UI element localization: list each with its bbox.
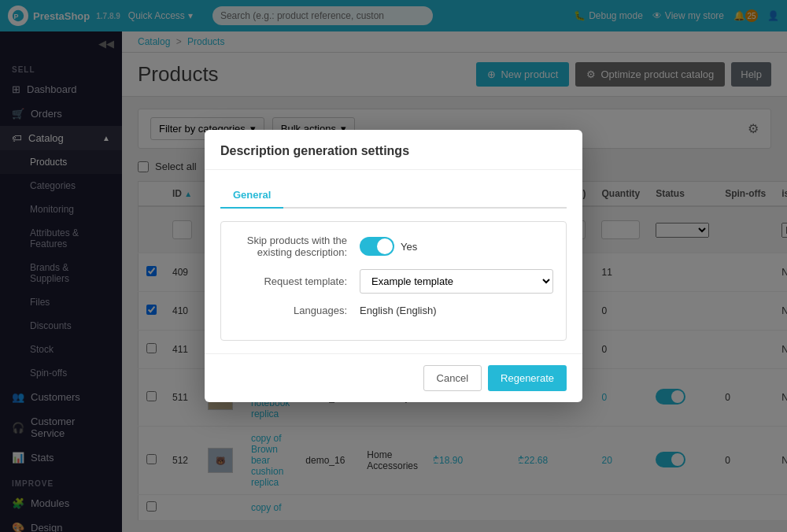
modal-tab-bar: General [220,183,567,209]
languages-group: Languages: English (English) [234,305,553,316]
languages-value: English (English) [360,305,437,316]
modal-header: Description generation settings [205,130,582,170]
modal-body: General Skip products with the existing … [205,170,582,353]
languages-label: Languages: [234,305,360,316]
tab-general-label: General [233,189,271,201]
regenerate-btn[interactable]: Regenerate [488,365,567,391]
description-settings-modal: Description generation settings General … [205,130,582,402]
modal-overlay: Description generation settings General … [0,0,787,532]
modal-settings-box: Skip products with the existing descript… [220,221,567,341]
skip-toggle-switch[interactable] [360,237,394,256]
cancel-label: Cancel [437,372,468,384]
skip-toggle-knob [377,238,393,254]
cancel-btn[interactable]: Cancel [423,365,482,391]
languages-value-area: English (English) [360,305,553,316]
skip-products-group: Skip products with the existing descript… [234,235,553,258]
regenerate-label: Regenerate [501,372,554,384]
skip-toggle-yes: Yes [360,237,553,256]
modal-footer: Cancel Regenerate [205,353,582,402]
skip-toggle-area: Yes [360,237,553,256]
skip-toggle-value: Yes [401,241,417,253]
request-template-label: Request template: [234,275,360,287]
request-template-group: Request template: Example template Templ… [234,269,553,294]
skip-products-label: Skip products with the existing descript… [234,235,360,258]
tab-general[interactable]: General [220,183,283,209]
modal-title: Description generation settings [220,144,409,157]
template-select-area: Example template Template 1 Template 2 [360,269,553,294]
template-select[interactable]: Example template Template 1 Template 2 [360,269,553,294]
